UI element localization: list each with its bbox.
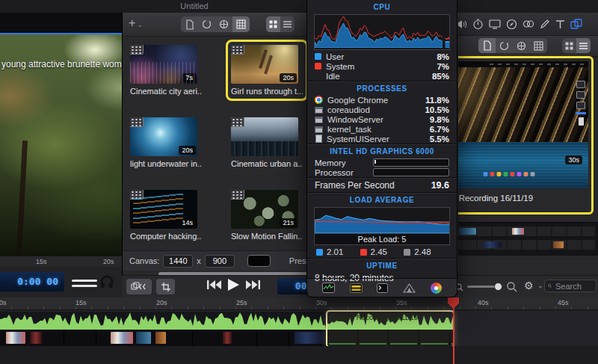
fps-label: Frames Per Second — [315, 180, 395, 191]
global-library-tab[interactable] — [513, 38, 530, 53]
fps-row: Frames Per Second 19.6 — [307, 177, 457, 192]
annotate-pencil-icon[interactable] — [540, 19, 550, 29]
timeline-ruler[interactable]: 10s15s20s25s30s35s40s45s — [0, 297, 598, 310]
filmstrip — [0, 330, 326, 346]
media-clip[interactable]: 20slight underwater in... — [125, 112, 207, 173]
frame-green-line — [360, 343, 386, 345]
media-doc-tab[interactable] — [181, 16, 198, 32]
cpu-legend-row: Idle85% — [307, 71, 457, 81]
chevron-down-icon: ⌄ — [137, 21, 143, 28]
color-wheel-icon[interactable] — [431, 283, 442, 294]
process-cpu-value: 5.5% — [430, 135, 449, 144]
ruler-tick-label: 40s — [478, 299, 489, 306]
istat-triangle-icon[interactable] — [403, 283, 416, 293]
canvas-color-swatch[interactable] — [247, 255, 271, 267]
clip-thumbnail: 20s — [130, 117, 197, 156]
dock-app-dot — [490, 172, 494, 176]
ruler-tick-label: 25s — [236, 299, 247, 306]
transport-controls — [207, 278, 260, 291]
timeline-empty-area — [0, 346, 598, 364]
film-frame — [257, 330, 289, 346]
shapes-icon[interactable] — [523, 19, 534, 28]
gpu-memory-bar — [373, 158, 449, 167]
ruler-tick-label: 15s — [75, 299, 87, 306]
media-source-segmented-control — [478, 38, 547, 53]
stock-grid-tab[interactable] — [232, 16, 250, 32]
list-view-button[interactable] — [576, 38, 591, 53]
media-clip[interactable]: 21sSlow Motion Fallin... — [226, 185, 308, 246]
clip-name: light underwater in... — [130, 159, 202, 168]
gpu-processor-bar — [373, 168, 449, 176]
media-clip[interactable]: 20sGirl runs through t... — [226, 40, 308, 101]
headphones-icon[interactable] — [99, 274, 115, 290]
playhead-line[interactable] — [453, 307, 454, 364]
load-legend-item: 2.48 — [404, 247, 448, 256]
media-clip[interactable]: 7sCinematic city aeri... — [125, 40, 207, 101]
grid-view-button[interactable] — [562, 38, 576, 53]
istat-menus-popup: CPU User8%System7%Idle85% PROCESSES Goog… — [306, 0, 457, 297]
grid-view-button[interactable] — [266, 16, 280, 32]
load-legend-item: 2.45 — [360, 247, 404, 256]
settings-gear-button[interactable]: ⚙ — [524, 280, 534, 291]
global-library-tab[interactable] — [215, 16, 232, 32]
fps-value: 19.6 — [431, 180, 449, 191]
titlebar: Untitled — [0, 0, 598, 13]
load-legend-value: 2.48 — [414, 247, 431, 256]
memory-icon[interactable] — [350, 283, 363, 293]
canvas-height-field[interactable] — [205, 255, 235, 268]
play-button[interactable] — [227, 278, 240, 291]
clip-duration-badge: 14s — [179, 218, 196, 227]
recent-loop-tab[interactable] — [496, 38, 513, 53]
dock-app-dot — [496, 172, 501, 176]
timeline: 10s15s20s25s30s35s40s45s Screen Recordin… — [0, 297, 598, 364]
process-name: SystemUIServer — [327, 135, 389, 144]
list-view-button[interactable] — [280, 16, 295, 32]
activity-monitor-icon[interactable] — [322, 283, 335, 293]
search-input[interactable] — [554, 281, 593, 291]
process-cpu-value: 6.7% — [430, 125, 449, 134]
process-row: coreaudiod10.5% — [307, 105, 457, 114]
recent-loop-tab[interactable] — [198, 16, 215, 32]
terminal-icon[interactable] — [377, 283, 388, 293]
process-row: kernel_task6.7% — [307, 124, 457, 134]
process-row: SystemUIServer5.5% — [307, 134, 457, 144]
filmstrip — [327, 330, 453, 346]
timeline-zoom-slider[interactable] — [467, 286, 502, 288]
add-media-button[interactable]: + ⌄ — [129, 16, 143, 30]
stock-grid-tab[interactable] — [530, 38, 547, 53]
cpu-legend-row: System7% — [307, 61, 457, 71]
gpu-processor-row: Processor — [307, 167, 457, 177]
clip-name: Slow Motion Fallin... — [231, 232, 303, 241]
media-library-toggle-button[interactable] — [126, 279, 152, 294]
previous-marker-button[interactable] — [207, 280, 221, 290]
clip-name: Girl runs through t... — [231, 87, 303, 96]
window-title: Untitled — [153, 1, 235, 10]
timer-icon[interactable] — [472, 19, 484, 30]
search-field[interactable] — [544, 280, 597, 292]
text-tool-icon[interactable] — [555, 19, 565, 29]
next-marker-button[interactable] — [246, 280, 260, 290]
load-legend-value: 2.01 — [327, 247, 343, 256]
frame-thumbnail — [155, 332, 166, 344]
media-doc-tab[interactable] — [478, 38, 496, 53]
left-timeline-ruler[interactable]: 15s20s — [0, 256, 122, 268]
tree-trunk — [16, 141, 28, 256]
timeline-track: Screen Recording 16/11/19 — [0, 312, 598, 346]
recorded-dock — [483, 172, 534, 176]
doc-app-icon — [315, 135, 322, 143]
media-clip[interactable]: 11sCinematic urban a... — [226, 112, 308, 173]
load-legend-item: 2.01 — [316, 247, 360, 256]
timeline-clip-main[interactable] — [0, 312, 326, 346]
compass-icon[interactable] — [506, 19, 517, 30]
zoom-in-icon[interactable] — [507, 282, 517, 292]
display-icon[interactable] — [489, 19, 501, 29]
clip-duration-badge: 7s — [182, 73, 196, 82]
media-clip[interactable]: 14sComputer hacking... — [125, 185, 207, 246]
crop-button[interactable] — [156, 279, 175, 294]
slider-knob[interactable] — [494, 283, 502, 291]
callout-icon-active[interactable] — [570, 19, 582, 29]
cpu-legend-label: Idle — [326, 72, 340, 81]
timeline-clip-screen-recording[interactable]: Screen Recording 16/11/19 — [326, 310, 454, 348]
frame-thumbnail — [30, 332, 42, 344]
canvas-width-field[interactable] — [163, 255, 193, 268]
